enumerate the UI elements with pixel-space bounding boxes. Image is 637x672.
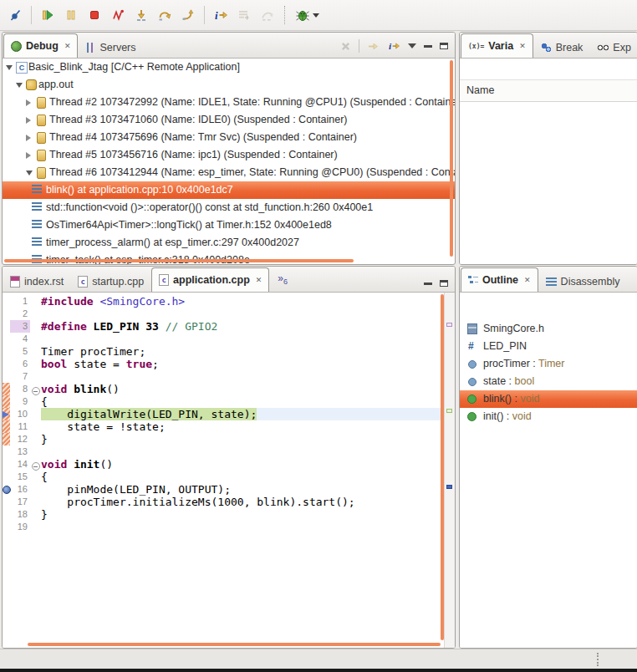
code-line[interactable]: 12} (3, 433, 441, 445)
code-line[interactable]: 2 (3, 308, 441, 320)
collapse-fold-icon[interactable] (32, 387, 40, 395)
expand-arrow-icon[interactable] (26, 117, 31, 124)
code-line[interactable]: 16 pinMode(LED_PIN, OUTPUT); (3, 483, 441, 496)
tab-debug[interactable]: Debug✕ (3, 33, 78, 58)
code-line[interactable]: 3#define LED_PIN 33 // GPIO2 (3, 320, 441, 333)
skip-all-breakpoints-button[interactable] (4, 4, 26, 26)
outline-item-state[interactable]: state : bool (460, 373, 637, 390)
code-line[interactable]: 9{ (3, 395, 441, 408)
code-line[interactable]: 18} (3, 508, 441, 521)
code-text[interactable]: void init() (41, 458, 441, 471)
resume-disabled-icon[interactable] (367, 41, 380, 52)
code-line[interactable]: 11 state = !state; (3, 420, 441, 433)
instruction-stepping-icon[interactable]: i (387, 40, 400, 52)
expand-arrow-icon[interactable] (26, 99, 31, 106)
debug-tree-row[interactable]: app.out (3, 76, 455, 94)
collapse-arrow-icon[interactable] (26, 171, 33, 176)
show-full-paths-button[interactable] (233, 4, 255, 26)
horizontal-scrollbar[interactable] (4, 259, 354, 262)
debug-history-dropdown-button[interactable] (291, 4, 323, 26)
debug-tree-row[interactable]: Thread #6 1073412944 (Name: esp_timer, S… (3, 164, 455, 181)
tab-servers[interactable]: Servers (79, 37, 142, 58)
code-text[interactable]: { (41, 395, 441, 408)
close-icon[interactable]: ✕ (64, 42, 71, 50)
step-return-button[interactable] (177, 4, 199, 26)
tab-outline[interactable]: Outline✕ (461, 267, 538, 292)
debug-tree-row[interactable]: OsTimer64Api<Timer>::longTick() at Timer… (3, 216, 455, 234)
outline-item-led-pin[interactable]: LED_PIN (460, 338, 637, 355)
debug-tree-row[interactable]: Thread #2 1073472992 (Name: IDLE1, State… (3, 94, 455, 111)
breakpoint-icon[interactable] (3, 486, 11, 494)
code-line[interactable]: 10 digitalWrite(LED_PIN, state); (3, 408, 441, 420)
code-text[interactable]: void blink() (41, 383, 441, 395)
minimize-icon[interactable] (424, 45, 432, 48)
debug-tree-row[interactable]: Thread #4 1073475696 (Name: Tmr Svc) (Su… (3, 129, 455, 146)
code-text[interactable]: } (41, 433, 441, 445)
view-menu-icon[interactable] (408, 43, 416, 48)
horizontal-scrollbar[interactable] (28, 643, 441, 646)
collapse-arrow-icon[interactable] (6, 65, 13, 70)
code-text[interactable]: pinMode(LED_PIN, OUTPUT); (41, 483, 441, 496)
instruction-pointer-marker[interactable] (446, 409, 452, 413)
maximize-icon[interactable] (440, 280, 448, 287)
code-text[interactable] (41, 333, 441, 345)
status-bar-drag-handle[interactable] (597, 653, 599, 666)
resume-button[interactable] (37, 4, 59, 26)
code-text[interactable] (41, 370, 441, 383)
tab-index-rst[interactable]: index.rst (3, 271, 70, 292)
remove-all-terminated-icon[interactable] (340, 41, 351, 52)
tab-exp[interactable]: Exp (590, 37, 637, 58)
tab-varia[interactable]: Varia✕ (461, 33, 533, 58)
debug-tree-row[interactable]: Thread #3 1073471060 (Name: IDLE0) (Susp… (3, 111, 455, 129)
code-text[interactable] (41, 308, 441, 320)
code-line[interactable]: 15{ (3, 471, 441, 483)
minimize-icon[interactable] (424, 283, 432, 285)
disconnect-button[interactable] (107, 4, 129, 26)
outline-item-proctimer[interactable]: procTimer : Timer (460, 355, 637, 373)
code-editor[interactable]: 1#include <SmingCore.h>23#define LED_PIN… (3, 293, 455, 648)
more-editors-indicator[interactable]: »6 (278, 272, 288, 286)
code-text[interactable]: digitalWrite(LED_PIN, state); (41, 408, 441, 420)
code-line[interactable]: 13 (3, 445, 441, 458)
step-into-button[interactable] (130, 4, 152, 26)
debug-tree-row[interactable]: blink() at application.cpp:10 0x400e1dc7 (3, 181, 455, 199)
use-step-filters-button[interactable] (257, 4, 278, 26)
code-line[interactable]: 1#include <SmingCore.h> (3, 295, 441, 308)
vertical-scrollbar[interactable] (450, 60, 453, 257)
code-line[interactable]: 14void init() (3, 458, 441, 471)
collapse-arrow-icon[interactable] (16, 83, 23, 88)
code-line[interactable]: 6bool state = true; (3, 358, 441, 370)
breakpoint-marker[interactable] (446, 485, 452, 489)
expand-arrow-icon[interactable] (26, 135, 31, 141)
outline-item-smingcore-h[interactable]: SmingCore.h (460, 320, 637, 338)
code-line[interactable]: 7 (3, 370, 441, 383)
code-text[interactable]: state = !state; (41, 420, 441, 433)
code-text[interactable] (41, 445, 441, 458)
code-line[interactable]: 4 (3, 333, 441, 345)
code-text[interactable]: #include <SmingCore.h> (41, 295, 441, 308)
close-icon[interactable]: ✕ (519, 42, 526, 50)
debug-tree-row[interactable]: std::function<void ()>::operator()() con… (3, 199, 455, 216)
code-line[interactable]: 19 (3, 521, 441, 533)
tab-disassembly[interactable]: Disassembly (539, 271, 627, 292)
tab-break[interactable]: Break (534, 37, 590, 58)
code-text[interactable]: #define LED_PIN 33 // GPIO2 (41, 320, 441, 333)
maximize-icon[interactable] (440, 43, 448, 49)
tab-startup-cpp[interactable]: startup.cpp (71, 271, 150, 292)
suspend-button[interactable] (60, 4, 82, 26)
code-line[interactable]: 17 procTimer.initializeMs(1000, blink).s… (3, 496, 441, 508)
step-over-button[interactable] (154, 4, 176, 26)
debug-tree-row[interactable]: timer_process_alarm() at esp_timer.c:297… (3, 234, 455, 252)
instruction-stepping-button[interactable]: i (210, 4, 232, 26)
outline-item-blink[interactable]: blink() : void (460, 390, 637, 408)
close-icon[interactable]: ✕ (256, 276, 262, 284)
code-text[interactable] (41, 521, 441, 533)
debug-tree-row[interactable]: Thread #5 1073456716 (Name: ipc1) (Suspe… (3, 146, 455, 164)
close-icon[interactable]: ✕ (524, 276, 531, 284)
collapse-fold-icon[interactable] (32, 462, 40, 471)
code-line[interactable]: 5Timer procTimer; (3, 345, 441, 358)
expand-arrow-icon[interactable] (26, 152, 31, 159)
code-text[interactable]: Timer procTimer; (41, 345, 441, 358)
occurrence-marker[interactable] (446, 323, 452, 327)
outline-item-init[interactable]: init() : void (460, 408, 637, 425)
